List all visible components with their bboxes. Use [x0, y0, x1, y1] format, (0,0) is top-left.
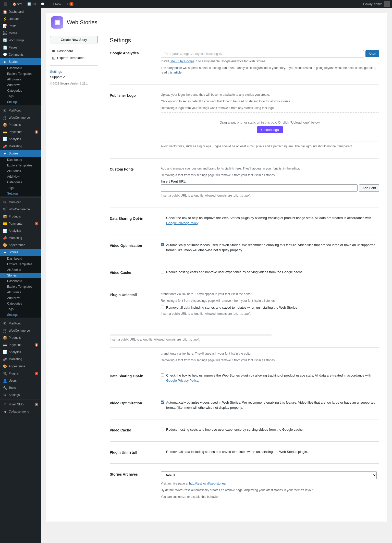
- submenu3-explore-templates[interactable]: Explore Templates: [0, 261, 41, 267]
- submenu-item-settings[interactable]: Settings: [0, 99, 41, 105]
- sidebar-item-products[interactable]: 📦 Products: [0, 121, 41, 128]
- submenu4-all-stories[interactable]: All Stories: [0, 289, 41, 295]
- submenu-item-add-new[interactable]: Add New: [0, 82, 41, 88]
- video-cache-checkbox-1[interactable]: [161, 270, 164, 273]
- sidebar-item-tools[interactable]: 🔧 Tools: [0, 384, 41, 391]
- data-sharing-checkbox-1[interactable]: [161, 216, 164, 219]
- settings-link[interactable]: Settings: [50, 70, 98, 74]
- sidebar-item-settings-main[interactable]: ⚙ Settings: [0, 391, 41, 399]
- submenu4-dashboard[interactable]: Dashboard: [0, 278, 41, 284]
- sidebar-item-analytics-2[interactable]: 📊 Analytics: [0, 227, 41, 234]
- submenu-item-categories[interactable]: Categories: [0, 88, 41, 93]
- sidebar-label-woocommerce-2: WooCommerce: [9, 208, 30, 211]
- submenu4-settings[interactable]: Settings: [0, 312, 41, 318]
- sidebar-item-pages[interactable]: 📄 Pages: [0, 44, 41, 51]
- submenu4-categories[interactable]: Categories: [0, 301, 41, 306]
- analytics-tracking-input[interactable]: [161, 50, 364, 57]
- sidebar-item-posts[interactable]: 📝 Posts: [0, 22, 41, 30]
- sidebar-item-marketing-3[interactable]: 📣 Marketing: [0, 356, 41, 363]
- support-link[interactable]: Support ↗: [50, 75, 98, 79]
- site-kit-link[interactable]: Site Kit by Google: [170, 59, 194, 63]
- sidebar-item-collapse[interactable]: ◀ Collapse menu: [0, 408, 41, 415]
- sidebar-item-stories[interactable]: ● Stories: [0, 58, 41, 65]
- font-url-input[interactable]: [161, 184, 358, 192]
- sidebar-item-comments[interactable]: 💬 Comments: [0, 51, 41, 58]
- sidebar-item-payments-2[interactable]: 💳 Payments 1: [0, 220, 41, 227]
- sidebar-item-plugins[interactable]: 🔌 Plugins 8: [0, 370, 41, 377]
- archives-url-link[interactable]: http://test.local/web-stories/: [189, 482, 226, 485]
- google-privacy-link-2[interactable]: Google Privacy Policy: [166, 379, 198, 382]
- video-cache-checkbox-label-1: Reduce hosting costs and improve user ex…: [166, 270, 303, 275]
- data-sharing-checkbox-2[interactable]: [161, 373, 164, 377]
- sidebar-item-dashboard[interactable]: 🏠 Dashboard: [0, 8, 41, 15]
- submenu2-tags[interactable]: Tags: [0, 185, 41, 191]
- upload-logo-button[interactable]: Upload logo: [257, 126, 283, 133]
- sidebar-item-analytics[interactable]: 📊 Analytics: [0, 136, 41, 143]
- sidebar-item-marketing-2[interactable]: 📣 Marketing: [0, 234, 41, 242]
- site-name[interactable]: 🏠 test: [11, 0, 24, 8]
- nav-item-dashboard[interactable]: ⊞ Dashboard: [50, 47, 98, 54]
- submenu2-all-stories[interactable]: All Stories: [0, 168, 41, 174]
- submenu-item-explore-templates[interactable]: Explore Templates: [0, 71, 41, 77]
- add-font-button[interactable]: Add Font: [359, 184, 379, 192]
- archives-select[interactable]: Default Disabled Custom: [161, 471, 377, 479]
- sidebar-item-products-3[interactable]: 📦 Products: [0, 334, 41, 341]
- sidebar-item-appearance-2[interactable]: 🎨 Appearance: [0, 242, 41, 249]
- submenu4-add-new[interactable]: Add New: [0, 295, 41, 301]
- sidebar-item-media[interactable]: 🖼 Media: [0, 30, 41, 37]
- sidebar-item-woocommerce-2[interactable]: 🛒 WooCommerce: [0, 206, 41, 213]
- plugin-uninstall-checkbox-1[interactable]: [161, 306, 164, 309]
- sidebar-item-products-2[interactable]: 📦 Products: [0, 213, 41, 220]
- analytics-article-link[interactable]: article: [173, 71, 181, 74]
- wp-logo[interactable]: ⬛: [2, 0, 9, 8]
- sidebar-item-woocommerce-3[interactable]: 🛒 WooCommerce: [0, 327, 41, 334]
- sidebar-item-stories-3[interactable]: ● Stories: [0, 249, 41, 256]
- submenu3-dashboard[interactable]: Dashboard: [0, 256, 41, 261]
- submenu-item-all-stories[interactable]: All Stories: [0, 77, 41, 82]
- create-story-button[interactable]: Create New Story: [50, 36, 98, 43]
- separator-2: [0, 197, 41, 198]
- submenu-item-dashboard[interactable]: Dashboard: [0, 65, 41, 71]
- updates-item[interactable]: 🔄 10: [26, 0, 37, 8]
- submenu3-all-stories[interactable]: All Stories: [0, 267, 41, 273]
- avatar[interactable]: [384, 1, 390, 7]
- plugin-uninstall-checkbox-2[interactable]: [161, 450, 164, 453]
- sidebar-item-payments-3[interactable]: 💳 Payments 1: [0, 341, 41, 348]
- products-icon: 📦: [3, 123, 7, 127]
- submenu3-stories-active[interactable]: Stories: [0, 273, 41, 278]
- submenu2-explore-templates[interactable]: Explore Templates: [0, 163, 41, 168]
- sidebar-item-analytics-3[interactable]: 📊 Analytics: [0, 348, 41, 356]
- sidebar-item-yoast-seo[interactable]: Y Yoast SEO 2: [0, 401, 41, 408]
- video-optimization-checkbox-2[interactable]: [161, 401, 164, 404]
- wp-swings-icon: 🔄: [3, 38, 7, 42]
- google-analytics-label: Google Analytics: [110, 50, 156, 77]
- analytics-save-button[interactable]: Save: [365, 50, 379, 57]
- sidebar-label-stories-2: Stories: [9, 152, 18, 155]
- submenu2-categories[interactable]: Categories: [0, 179, 41, 185]
- yoast-seo-item[interactable]: Y 2: [65, 0, 75, 8]
- sidebar-item-wp-swings[interactable]: 🔄 WP Swings: [0, 37, 41, 44]
- submenu2-add-new[interactable]: Add New: [0, 174, 41, 179]
- sidebar-item-mailpoet[interactable]: ✉ MailPoet: [0, 107, 41, 114]
- font-url-note: Insert a public URL to a font file. Allo…: [161, 193, 379, 198]
- sidebar-item-users[interactable]: 👤 Users: [0, 377, 41, 384]
- video-cache-checkbox-2[interactable]: [161, 428, 164, 431]
- nav-item-explore-templates[interactable]: ◫ Explore Templates: [50, 54, 98, 61]
- sidebar-item-mailpoet-3[interactable]: ✉ MailPoet: [0, 320, 41, 327]
- new-content-button[interactable]: + New: [51, 0, 63, 8]
- submenu2-settings[interactable]: Settings: [0, 191, 41, 196]
- comments-item[interactable]: 💬 0: [39, 0, 49, 8]
- sidebar-item-woocommerce[interactable]: 🛒 WooCommerce: [0, 114, 41, 121]
- google-privacy-link-1[interactable]: Google Privacy Policy: [166, 221, 198, 225]
- sidebar-item-payments[interactable]: 💳 Payments 1: [0, 128, 41, 136]
- sidebar-item-stories-2[interactable]: ● Stories: [0, 150, 41, 157]
- video-optimization-checkbox-1[interactable]: [161, 243, 164, 246]
- submenu2-dashboard[interactable]: Dashboard: [0, 157, 41, 163]
- submenu4-explore-templates[interactable]: Explore Templates: [0, 284, 41, 289]
- sidebar-item-mailpoet-2[interactable]: ✉ MailPoet: [0, 199, 41, 206]
- submenu-item-tags[interactable]: Tags: [0, 93, 41, 99]
- sidebar-item-jetpack[interactable]: ⚡ Jetpack: [0, 15, 41, 22]
- sidebar-item-appearance-3[interactable]: 🎨 Appearance: [0, 363, 41, 370]
- submenu4-tags[interactable]: Tags: [0, 306, 41, 312]
- sidebar-item-marketing[interactable]: 📣 Marketing: [0, 143, 41, 150]
